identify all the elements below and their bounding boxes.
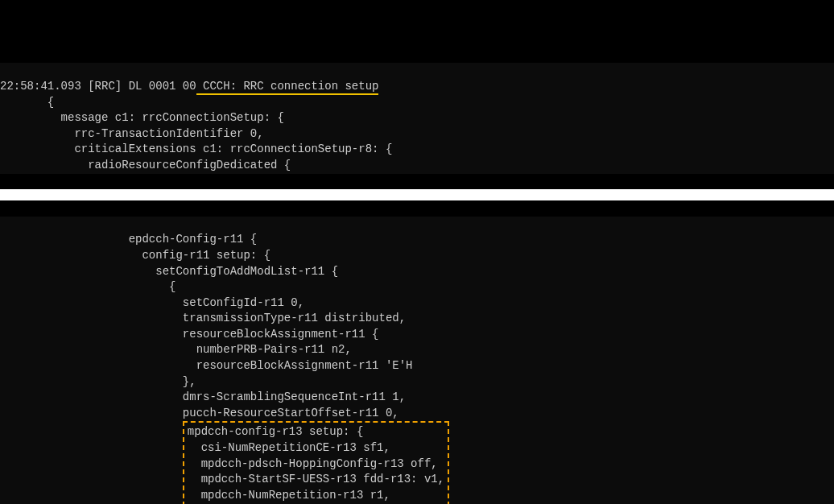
log-line: epdcch-Config-r11 { (0, 233, 257, 246)
log-line: { (0, 96, 54, 109)
log-line: setConfigId-r11 0, (0, 296, 304, 309)
log-line: { (0, 280, 175, 293)
log-line: criticalExtensions c1: rrcConnectionSetu… (0, 143, 392, 155)
log-line: rrc-TransactionIdentifier 0, (0, 127, 264, 140)
log-output-continued: epdcch-Config-r11 { config-r11 setup: { … (0, 217, 834, 504)
log-line: numberPRB-Pairs-r11 n2, (0, 343, 352, 356)
log-line: mpdcch-NumRepetition-r13 r1, (188, 489, 390, 502)
log-line: resourceBlockAssignment-r11 { (0, 328, 378, 341)
separator-gap (0, 189, 834, 200)
log-message-title: CCCH: RRC connection setup (196, 80, 379, 95)
log-line: }, (0, 375, 196, 388)
log-line: mpdcch-StartSF-UESS-r13 fdd-r13: v1, (188, 473, 444, 485)
highlighted-config-box: mpdcch-config-r13 setup: { csi-NumRepeti… (183, 421, 449, 504)
log-line: resourceBlockAssignment-r11 'E'H (0, 359, 412, 372)
log-line: pucch-ResourceStartOffset-r11 0, (0, 407, 399, 419)
log-line: config-r11 setup: { (0, 249, 270, 262)
log-line: transmissionType-r11 distributed, (0, 312, 406, 324)
log-line: csi-NumRepetitionCE-r13 sf1, (188, 441, 390, 454)
log-timestamp-prefix: 22:58:41.093 [RRC] DL 0001 00 (0, 80, 196, 93)
log-line: mpdcch-config-r13 setup: { (188, 425, 363, 438)
log-line: radioResourceConfigDedicated { (0, 159, 291, 171)
log-line: mpdcch-pdsch-HoppingConfig-r13 off, (188, 457, 438, 470)
log-line: dmrs-ScramblingSequenceInt-r11 1, (0, 390, 406, 403)
log-output: 22:58:41.093 [RRC] DL 0001 00 CCCH: RRC … (0, 63, 834, 173)
log-line: setConfigToAddModList-r11 { (0, 265, 338, 278)
log-line: message c1: rrcConnectionSetup: { (0, 111, 284, 124)
